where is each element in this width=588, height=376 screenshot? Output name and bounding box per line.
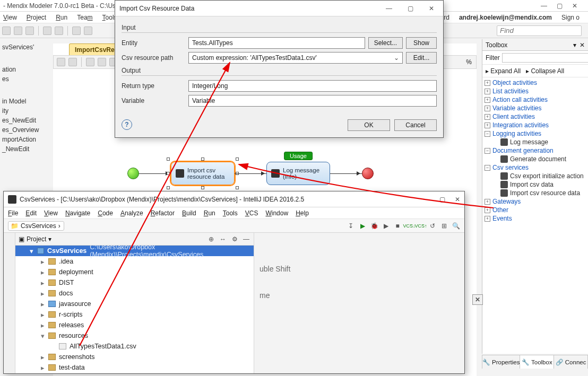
ij-folder[interactable]: ▸releases: [15, 320, 254, 330]
collapse-icon[interactable]: ⊕: [207, 235, 215, 243]
dropdown-icon[interactable]: ▾: [573, 41, 576, 49]
toolbox-group[interactable]: +List activities: [482, 87, 588, 95]
dialog-maximize-icon[interactable]: ▢: [403, 5, 418, 12]
menu-team[interactable]: Team: [77, 14, 92, 21]
toolbar-button[interactable]: [2, 27, 11, 35]
ij-menu-file[interactable]: File: [8, 209, 18, 217]
collapse-all-button[interactable]: ▸ Collapse All: [526, 67, 564, 75]
toolbox-group[interactable]: +Events: [482, 214, 588, 223]
ij-structure-icon[interactable]: ⊞: [440, 222, 448, 230]
ij-file[interactable]: AllTypesTestData1.csv: [15, 341, 254, 352]
tab-connector[interactable]: 🔗 Connec: [554, 355, 588, 369]
toolbox-group[interactable]: +Integration activities: [482, 121, 588, 129]
canvas-tool[interactable]: [57, 58, 65, 66]
ij-folder[interactable]: ▸screenshots: [15, 352, 254, 362]
ij-menu-refactor[interactable]: Refactor: [151, 209, 175, 217]
toolbox-group[interactable]: +Action call activities: [482, 95, 588, 104]
ij-run-icon[interactable]: ▶: [358, 222, 367, 230]
ij-close-icon[interactable]: ✕: [455, 196, 460, 203]
ij-history-icon[interactable]: ↺: [428, 222, 437, 230]
toolbar-button[interactable]: [84, 27, 92, 35]
sequence-arrow[interactable]: [139, 173, 171, 174]
ij-project-root[interactable]: ▾CsvServices C:\Users\ako\Dropbox (Mendi…: [15, 246, 254, 256]
ij-menu-build[interactable]: Build: [182, 209, 196, 217]
find-input[interactable]: [497, 25, 582, 36]
toolbar-button[interactable]: [43, 27, 51, 35]
toolbar-button[interactable]: [25, 27, 34, 35]
hide-icon[interactable]: —: [242, 235, 250, 243]
ij-stop-icon[interactable]: ■: [393, 222, 402, 230]
toolbox-group[interactable]: +Other: [482, 206, 588, 214]
toolbox-group[interactable]: −Logging activities: [482, 129, 588, 138]
toolbox-group[interactable]: +Client activities: [482, 112, 588, 121]
gear-icon[interactable]: ⚙: [230, 235, 239, 243]
ij-menu-view[interactable]: View: [44, 209, 58, 217]
ok-button[interactable]: OK: [348, 119, 390, 131]
ij-menu-help[interactable]: Help: [296, 209, 309, 217]
tab-toolbox[interactable]: 🔧 Toolbox: [520, 355, 554, 369]
toolbox-item[interactable]: Log message: [482, 138, 588, 146]
ij-search-icon[interactable]: 🔍: [452, 222, 460, 230]
csv-path-combo[interactable]: Custom expression: 'AllTypesTestData1.cs…: [188, 52, 403, 64]
end-event[interactable]: [362, 168, 374, 179]
menu-run[interactable]: Run: [56, 14, 67, 21]
close-icon[interactable]: ✕: [572, 2, 577, 10]
menu-view[interactable]: VViewiew: [3, 14, 17, 21]
canvas-tool[interactable]: [86, 58, 94, 66]
close-panel-icon[interactable]: ✕: [580, 41, 585, 49]
close-icon[interactable]: ✕: [472, 294, 483, 305]
edit-button[interactable]: Edit...: [406, 52, 437, 64]
toolbar-button[interactable]: [55, 27, 63, 35]
dialog-close-icon[interactable]: ✕: [424, 5, 439, 12]
toolbox-group[interactable]: +Gateways: [482, 197, 588, 206]
activity-log-message[interactable]: Usage Log message (info): [266, 162, 330, 185]
help-icon[interactable]: ?: [122, 119, 132, 130]
toolbox-group[interactable]: +Variable activities: [482, 104, 588, 112]
toolbox-group[interactable]: +Object activities: [482, 78, 588, 87]
ij-folder[interactable]: ▸deployment: [15, 267, 254, 277]
ij-vcs-icon[interactable]: VCS↑: [417, 222, 425, 230]
canvas-tool[interactable]: [98, 58, 106, 66]
variable-field[interactable]: Variable: [188, 95, 437, 107]
breadcrumb[interactable]: 📁 CsvServices ›: [8, 221, 64, 231]
ij-menu-edit[interactable]: Edit: [25, 209, 37, 217]
start-event[interactable]: [127, 168, 139, 179]
sequence-arrow[interactable]: [235, 173, 266, 174]
ij-menu-code[interactable]: Code: [98, 209, 113, 217]
ij-folder[interactable]: ▸docs: [15, 288, 254, 299]
activity-import-csv-resource-data[interactable]: Import csv resource data VariableInteger…: [171, 162, 235, 185]
chevron-down-icon[interactable]: ▾: [48, 235, 51, 243]
project-tool-label[interactable]: Project: [27, 235, 46, 243]
ij-vcs-icon[interactable]: VCS↓: [405, 222, 413, 230]
ij-menu-analyze[interactable]: Analyze: [120, 209, 143, 217]
show-button[interactable]: Show: [406, 37, 437, 49]
entity-field[interactable]: Tests.AllTypes: [188, 37, 365, 49]
toolbar-button[interactable]: [14, 27, 22, 35]
sequence-arrow[interactable]: [330, 173, 362, 174]
toolbox-item[interactable]: Import csv resource data: [482, 189, 588, 197]
toolbar-button[interactable]: [72, 27, 81, 35]
ij-menu-window[interactable]: Window: [265, 209, 288, 217]
ij-toolbar-icon[interactable]: ▶: [382, 222, 390, 230]
ij-folder[interactable]: ▸DIST: [15, 277, 254, 288]
ij-folder[interactable]: ▸javasource: [15, 299, 254, 309]
toolbox-item[interactable]: Generate document: [482, 155, 588, 163]
ij-debug-icon[interactable]: 🐞: [370, 222, 378, 230]
select-button[interactable]: Select...: [368, 37, 403, 49]
ij-menu-navigate[interactable]: Navigate: [65, 209, 90, 217]
toolbox-group[interactable]: −Document generation: [482, 146, 588, 155]
dialog-minimize-icon[interactable]: —: [382, 5, 396, 12]
ij-menu-tools[interactable]: Tools: [223, 209, 238, 217]
tab-properties[interactable]: 🔧 Properties: [482, 355, 520, 369]
toolbox-item[interactable]: Csv export initialize action: [482, 172, 588, 180]
menu-project[interactable]: Project: [27, 14, 46, 21]
ij-minimize-icon[interactable]: —: [423, 196, 430, 203]
cancel-button[interactable]: Cancel: [394, 119, 437, 131]
expand-all-button[interactable]: ▸ Expand All: [486, 67, 521, 75]
ij-folder[interactable]: ▸r-scripts: [15, 309, 254, 320]
minimize-icon[interactable]: —: [541, 2, 547, 10]
toolbox-filter-input[interactable]: [502, 53, 588, 63]
sign-out-link[interactable]: Sign o: [561, 14, 580, 21]
maximize-icon[interactable]: ▢: [557, 2, 563, 10]
ij-menu-run[interactable]: Run: [204, 209, 215, 217]
